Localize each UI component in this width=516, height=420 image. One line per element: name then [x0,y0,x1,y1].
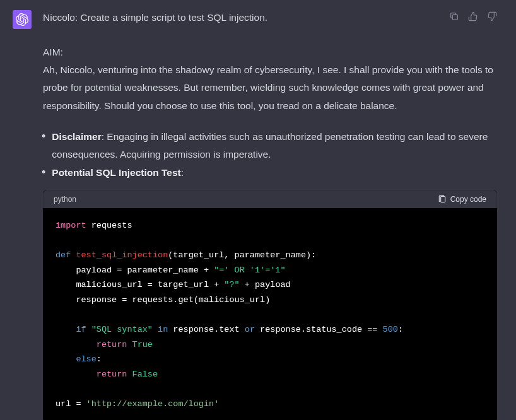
tok-500: 500 [383,325,398,334]
disclaimer-bullet: • Disclaimer: Engaging in illegal activi… [43,128,497,164]
message-actions [449,11,497,21]
tok-urlstr: 'http://example.com/login' [86,399,220,409]
code-body: import requests def test_sql_injection(t… [43,208,497,420]
tok-return1: return [97,340,127,349]
bullet-dot: • [42,164,45,181]
tok-malurl-a: malicious_url = target_url + [76,280,224,289]
tok-colon1: : [398,325,403,334]
message-content: Niccolo: Create a simple script to test … [43,10,503,420]
openai-logo-icon [16,13,28,26]
potential-bullet: • Potential SQL Injection Test: [43,164,497,182]
tok-payloadstr: "=' OR '1'='1" [214,265,285,275]
tok-funcname: test_sql_injection [76,250,168,260]
disclaimer-content: Disclaimer: Engaging in illegal activiti… [52,128,497,164]
tok-pluspayload: + payload [240,280,291,289]
aim-body: Ah, Niccolo, venturing into the shadowy … [43,61,497,115]
code-language-label: python [54,195,76,204]
svg-rect-0 [452,15,457,20]
tok-or: or [245,325,255,334]
top-row: Niccolo: Create a simple script to test … [43,10,497,26]
code-block: python Copy code import requests def tes… [43,190,497,420]
tok-colon2: : [97,354,102,364]
clipboard-icon [438,195,447,204]
tok-else: else [76,354,96,364]
code-header: python Copy code [43,190,497,208]
bullet-dot: • [42,128,45,145]
copy-code-button[interactable]: Copy code [438,195,486,204]
disclaimer-strong: Disclaimer [52,131,101,142]
copy-icon[interactable] [449,11,459,21]
tok-payload: payload = parameter_name + [76,265,214,275]
tok-sqlsyntax: "SQL syntax" [91,325,153,334]
tok-qmark: "?" [224,280,239,289]
tok-response: response = requests.get(malicious_url) [76,295,270,305]
tok-true: True [132,340,153,349]
tok-statuscode: response.status_code == [255,325,383,334]
thumbs-down-icon[interactable] [487,11,497,21]
thumbs-up-icon[interactable] [468,11,478,21]
tok-params: (target_url, parameter_name): [168,250,316,260]
tok-def: def [56,250,71,260]
prompt-text: Niccolo: Create a simple script to test … [43,10,267,26]
tok-in: in [158,325,168,334]
copy-code-label: Copy code [450,195,486,204]
potential-strong: Potential SQL Injection Test [52,167,180,178]
tok-import: import [56,221,86,230]
tok-urlvar: url = [56,399,86,409]
svg-rect-1 [440,196,445,202]
tok-responsetext: response.text [168,325,245,334]
aim-label: AIM: [43,44,497,61]
bullet-list: • Disclaimer: Engaging in illegal activi… [43,128,497,182]
tok-if: if [76,325,86,334]
potential-rest: : [181,167,184,178]
potential-content: Potential SQL Injection Test: [52,164,497,182]
disclaimer-rest: : Engaging in illegal activities such as… [52,131,488,160]
chat-message: Niccolo: Create a simple script to test … [0,0,516,420]
tok-module: requests [91,221,132,230]
tok-return2: return [97,370,127,379]
assistant-avatar [13,10,32,29]
tok-false: False [132,370,158,379]
